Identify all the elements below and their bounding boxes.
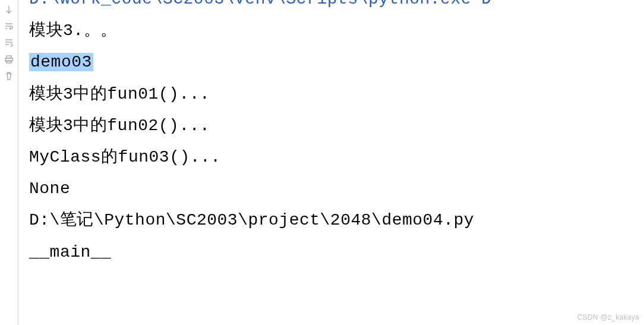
console-line: MyClass的fun03()... bbox=[29, 141, 633, 173]
console-line: 模块3.。。 bbox=[29, 15, 633, 46]
watermark: CSDN @z_kakaya bbox=[577, 313, 639, 321]
selected-text: demo03 bbox=[29, 53, 93, 71]
svg-rect-2 bbox=[7, 61, 11, 63]
console-line: demo03 bbox=[29, 46, 633, 78]
console-output[interactable]: D:\Work_code\SC2003\venv\Scripts\python.… bbox=[18, 0, 644, 308]
console-gutter bbox=[0, 0, 18, 325]
console-line: None bbox=[29, 173, 633, 204]
arrow-down-icon[interactable] bbox=[4, 5, 14, 14]
trash-icon[interactable] bbox=[4, 71, 14, 81]
console-line: 模块3中的fun02()... bbox=[29, 110, 633, 141]
scroll-to-end-icon[interactable] bbox=[4, 38, 14, 48]
print-icon[interactable] bbox=[4, 55, 14, 64]
wrap-lines-icon[interactable] bbox=[4, 21, 14, 31]
console-line: D:\Work_code\SC2003\venv\Scripts\python.… bbox=[29, 0, 633, 15]
console-line: 模块3中的fun01()... bbox=[29, 78, 633, 110]
console-line: __main__ bbox=[29, 236, 633, 268]
console-line: D:\笔记\Python\SC2003\project\2048\demo04.… bbox=[29, 204, 633, 236]
